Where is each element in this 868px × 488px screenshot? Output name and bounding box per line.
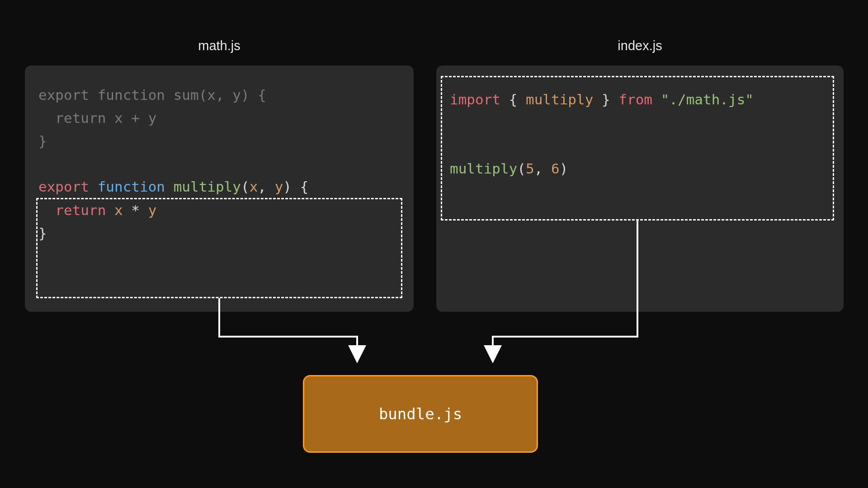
index-highlight-box xyxy=(441,76,834,221)
bundle-label: bundle.js xyxy=(379,405,462,423)
bundle-box: bundle.js xyxy=(303,375,538,453)
diagram-canvas: math.js index.js export function sum(x, … xyxy=(0,0,868,488)
right-file-label: index.js xyxy=(436,38,844,53)
math-js-sum-block: export function sum(x, y) { return x + y… xyxy=(38,84,400,153)
left-file-label: math.js xyxy=(25,38,414,53)
math-multiply-highlight-box xyxy=(36,198,402,298)
